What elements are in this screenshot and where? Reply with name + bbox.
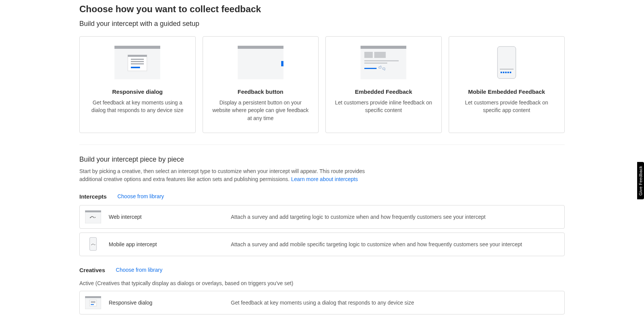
page-heading: Choose how you want to collect feedback bbox=[79, 4, 565, 14]
mobile-intercept-icon bbox=[85, 237, 101, 252]
svg-rect-32 bbox=[91, 302, 95, 303]
svg-rect-10 bbox=[281, 61, 283, 66]
learn-more-link[interactable]: Learn more about intercepts bbox=[291, 176, 358, 182]
creatives-choose-library-link[interactable]: Choose from library bbox=[116, 267, 163, 273]
svg-rect-7 bbox=[131, 67, 140, 68]
responsive-dialog-small-icon bbox=[85, 295, 101, 310]
svg-rect-22 bbox=[505, 72, 507, 73]
row-mobile-app-intercept[interactable]: Mobile app intercept Attach a survey and… bbox=[79, 233, 565, 256]
divider bbox=[79, 144, 565, 145]
card-desc: Let customers provide feedback on specif… bbox=[456, 99, 558, 114]
card-title: Feedback button bbox=[238, 88, 283, 95]
svg-rect-23 bbox=[507, 72, 509, 73]
intercepts-label: Intercepts bbox=[79, 193, 107, 200]
give-feedback-tab[interactable]: Give Feedback bbox=[637, 162, 644, 199]
piece-desc: Start by picking a creative, then select… bbox=[79, 167, 385, 183]
row-title: Web intercept bbox=[109, 214, 223, 220]
svg-rect-12 bbox=[361, 46, 406, 49]
embedded-feedback-icon bbox=[361, 46, 406, 79]
creatives-label: Creatives bbox=[79, 267, 105, 273]
row-desc: Get feedback at key moments using a dial… bbox=[231, 300, 559, 306]
card-desc: Let customers provide inline feedback on… bbox=[333, 99, 435, 114]
svg-rect-29 bbox=[85, 296, 101, 298]
card-desc: Display a persistent button on your webs… bbox=[210, 99, 312, 122]
svg-rect-6 bbox=[131, 63, 144, 64]
svg-rect-1 bbox=[114, 46, 160, 49]
svg-rect-26 bbox=[85, 210, 101, 212]
svg-rect-4 bbox=[131, 59, 144, 60]
card-title: Mobile Embedded Feedback bbox=[468, 88, 545, 95]
mobile-embedded-icon bbox=[484, 46, 530, 79]
row-desc: Attach a survey and add targeting logic … bbox=[231, 214, 559, 220]
card-mobile-embedded-feedback[interactable]: Mobile Embedded Feedback Let customers p… bbox=[449, 36, 565, 133]
svg-rect-20 bbox=[501, 72, 502, 73]
card-desc: Get feedback at key moments using a dial… bbox=[87, 99, 188, 114]
card-responsive-dialog[interactable]: Responsive dialog Get feedback at key mo… bbox=[79, 36, 196, 133]
svg-rect-3 bbox=[128, 55, 147, 57]
web-intercept-icon bbox=[85, 209, 101, 225]
svg-rect-13 bbox=[364, 52, 373, 58]
svg-rect-5 bbox=[131, 61, 144, 62]
svg-rect-21 bbox=[503, 72, 504, 73]
svg-rect-8 bbox=[238, 46, 283, 79]
svg-rect-33 bbox=[91, 304, 94, 305]
guided-subtitle: Build your intercept with a guided setup bbox=[79, 20, 565, 28]
card-embedded-feedback[interactable]: Embedded Feedback Let customers provide … bbox=[325, 36, 442, 133]
svg-rect-2 bbox=[128, 55, 147, 71]
card-title: Responsive dialog bbox=[112, 88, 163, 95]
svg-rect-17 bbox=[364, 68, 377, 69]
creatives-note: Active (Creatives that typically display… bbox=[79, 280, 565, 286]
row-responsive-dialog[interactable]: Responsive dialog Get feedback at key mo… bbox=[79, 291, 565, 314]
piece-title: Build your intercept piece by piece bbox=[79, 156, 565, 164]
intercepts-choose-library-link[interactable]: Choose from library bbox=[118, 193, 164, 199]
card-title: Embedded Feedback bbox=[355, 88, 412, 95]
row-desc: Attach a survey and add mobile specific … bbox=[231, 241, 559, 247]
guided-card-row: Responsive dialog Get feedback at key mo… bbox=[79, 36, 565, 133]
svg-rect-16 bbox=[364, 63, 387, 64]
svg-rect-9 bbox=[238, 46, 283, 49]
svg-rect-18 bbox=[497, 47, 516, 79]
svg-rect-14 bbox=[374, 52, 386, 58]
feedback-button-icon bbox=[238, 46, 283, 79]
row-title: Mobile app intercept bbox=[109, 241, 223, 247]
svg-rect-15 bbox=[364, 60, 399, 61]
svg-rect-31 bbox=[91, 301, 95, 302]
svg-rect-24 bbox=[510, 72, 511, 73]
card-feedback-button[interactable]: Feedback button Display a persistent but… bbox=[203, 36, 319, 133]
svg-rect-19 bbox=[500, 69, 514, 70]
row-title: Responsive dialog bbox=[109, 300, 223, 306]
responsive-dialog-icon bbox=[114, 46, 160, 79]
row-web-intercept[interactable]: Web intercept Attach a survey and add ta… bbox=[79, 205, 565, 229]
